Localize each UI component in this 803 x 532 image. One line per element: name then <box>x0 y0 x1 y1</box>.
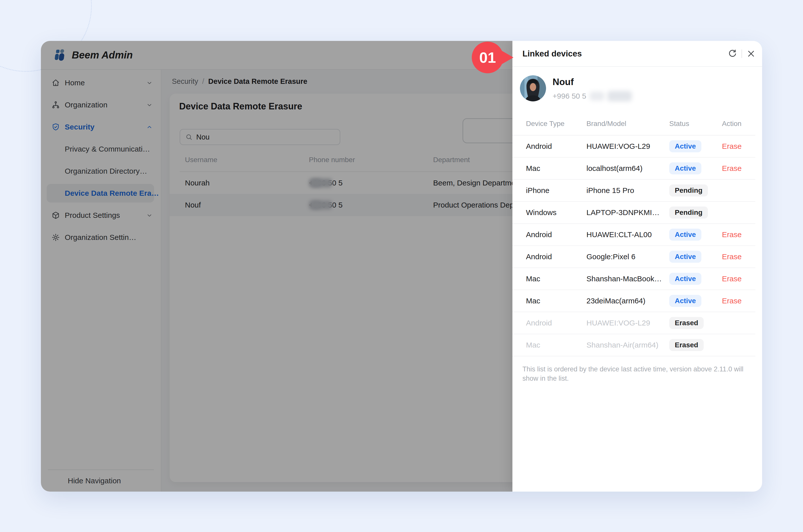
erase-button[interactable]: Erase <box>722 297 742 305</box>
device-table-header-status: Status <box>669 120 689 128</box>
redacted-phone-blur <box>590 92 604 101</box>
cell-device-type: iPhone <box>526 186 549 195</box>
linked-devices-panel: Linked devices <box>512 41 762 492</box>
avatar <box>520 75 546 101</box>
refresh-icon[interactable] <box>727 49 738 59</box>
user-phone: +996 50 5 <box>553 91 632 101</box>
cell-device-type: Mac <box>526 164 540 173</box>
device-table-header-model: Brand/Model <box>587 120 626 128</box>
status-badge-erased: Erased <box>669 339 704 351</box>
dim-overlay <box>41 41 512 492</box>
device-row-localhost-arm64: Maclocalhost(arm64)ActiveErase <box>512 157 755 180</box>
redacted-phone-blur <box>607 91 632 101</box>
device-table-header-type: Device Type <box>526 120 565 128</box>
device-row-huawei-vog-l29: AndroidHUAWEI:VOG-L29ActiveErase <box>512 135 755 157</box>
cell-brand-model: HUAWEI:VOG-L29 <box>587 319 650 327</box>
status-badge-active: Active <box>669 163 701 174</box>
device-table: Device Type Brand/Model Status Action An… <box>512 116 755 356</box>
cell-brand-model: iPhone 15 Pro <box>587 186 634 195</box>
cell-device-type: Android <box>526 252 552 261</box>
panel-header: Linked devices <box>512 41 762 67</box>
erase-button[interactable]: Erase <box>722 164 742 173</box>
user-name: Nouf <box>553 77 632 87</box>
device-table-header-row: Device Type Brand/Model Status Action <box>512 116 755 135</box>
cell-device-type: Mac <box>526 297 540 305</box>
cell-device-type: Mac <box>526 341 540 349</box>
status-badge-active: Active <box>669 229 701 241</box>
panel-actions-divider <box>742 50 742 58</box>
close-icon[interactable] <box>746 49 756 59</box>
device-row-google-pixel-6: AndroidGoogle:Pixel 6ActiveErase <box>512 246 755 268</box>
erase-button[interactable]: Erase <box>722 252 742 261</box>
cell-device-type: Android <box>526 142 552 151</box>
cell-brand-model: LAPTOP-3DNPKMI… <box>587 208 659 217</box>
cell-device-type: Android <box>526 319 552 327</box>
status-badge-erased: Erased <box>669 317 704 329</box>
status-badge-active: Active <box>669 251 701 263</box>
cell-brand-model: Google:Pixel 6 <box>587 252 635 261</box>
erase-button[interactable]: Erase <box>722 230 742 239</box>
page-background: Beem Admin HomeOrganizationSecurityPriva… <box>0 0 803 532</box>
device-table-header-action: Action <box>722 120 742 128</box>
erase-button[interactable]: Erase <box>722 274 742 283</box>
cell-brand-model: HUAWEI:VOG-L29 <box>587 142 650 151</box>
device-row-huawei-clt-al00: AndroidHUAWEI:CLT-AL00ActiveErase <box>512 224 755 246</box>
user-phone-prefix: +996 50 5 <box>553 92 586 100</box>
status-badge-pending: Pending <box>669 185 708 196</box>
device-row-shanshan-air-arm64: MacShanshan-Air(arm64)Erased <box>512 334 755 356</box>
status-badge-pending: Pending <box>669 207 708 218</box>
device-row-huawei-vog-l29: AndroidHUAWEI:VOG-L29Erased <box>512 312 755 334</box>
device-row-shanshan-macbook: MacShanshan-MacBook…ActiveErase <box>512 268 755 290</box>
panel-user-meta: Nouf +996 50 5 <box>553 75 632 101</box>
cell-brand-model: HUAWEI:CLT-AL00 <box>587 230 652 239</box>
annotation-step-number: 01 <box>479 49 496 66</box>
panel-title: Linked devices <box>522 49 582 58</box>
device-row-laptop-3dnpkmi: WindowsLAPTOP-3DNPKMI…Pending <box>512 202 755 224</box>
panel-user-block: Nouf +996 50 5 <box>520 75 632 101</box>
cell-brand-model: Shanshan-Air(arm64) <box>587 341 658 349</box>
status-badge-active: Active <box>669 273 701 285</box>
panel-footnote: This list is ordered by the device last … <box>522 365 752 383</box>
erase-button[interactable]: Erase <box>722 142 742 151</box>
device-row-23deimac-arm64: Mac23deiMac(arm64)ActiveErase <box>512 290 755 312</box>
annotation-step-badge: 01 <box>471 41 514 74</box>
cell-device-type: Mac <box>526 274 540 283</box>
cell-device-type: Android <box>526 230 552 239</box>
device-row-iphone-15-pro: iPhoneiPhone 15 ProPending <box>512 180 755 202</box>
app-window: Beem Admin HomeOrganizationSecurityPriva… <box>41 41 762 492</box>
cell-brand-model: localhost(arm64) <box>587 164 643 173</box>
panel-actions <box>727 41 756 66</box>
cell-device-type: Windows <box>526 208 557 217</box>
status-badge-active: Active <box>669 295 701 307</box>
cell-brand-model: Shanshan-MacBook… <box>587 274 662 283</box>
status-badge-active: Active <box>669 140 701 152</box>
cell-brand-model: 23deiMac(arm64) <box>587 297 645 305</box>
